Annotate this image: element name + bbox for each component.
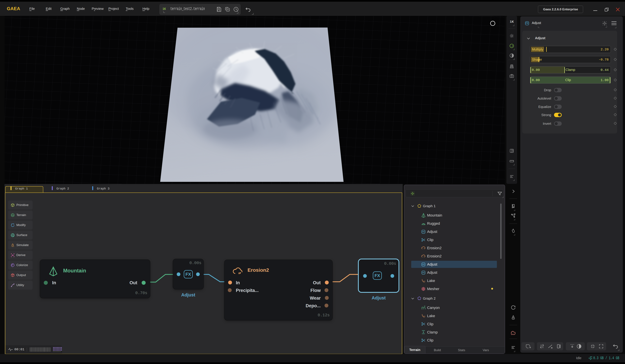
svg-text:FX: FX [422, 231, 424, 233]
svg-text:FX: FX [422, 272, 424, 274]
svg-text:FX: FX [422, 264, 424, 265]
